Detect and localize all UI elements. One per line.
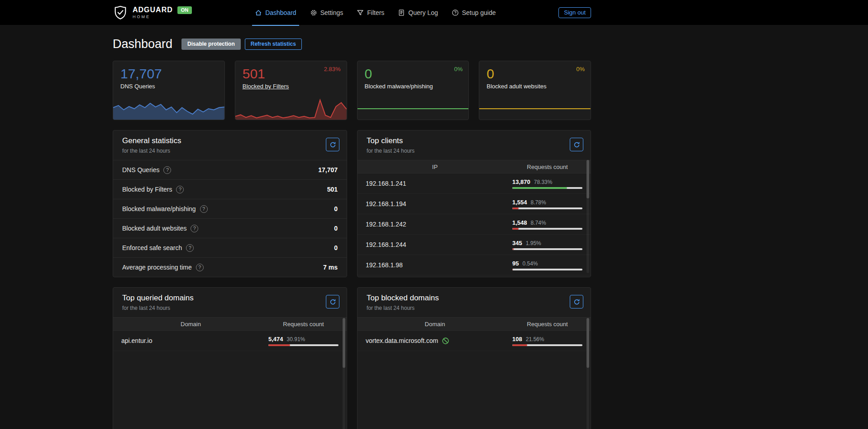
requests-percent: 1.95% xyxy=(526,240,541,246)
stats-value: 17,707 xyxy=(318,166,338,174)
help-icon[interactable] xyxy=(163,166,171,174)
help-icon[interactable] xyxy=(186,244,194,252)
stats-label: Blocked malware/phishing xyxy=(122,205,208,213)
requests-cell: 13,87078.33% xyxy=(512,178,582,189)
requests-percent: 0.54% xyxy=(522,260,538,267)
client-ip[interactable]: 192.168.1.241 xyxy=(366,180,512,187)
blocked-domain-icon[interactable] xyxy=(442,337,449,345)
nav-item-dashboard[interactable]: Dashboard xyxy=(249,0,302,25)
nav-item-label: Query Log xyxy=(408,9,438,16)
nav-item-label: Filters xyxy=(367,9,384,16)
scrollbar-thumb[interactable] xyxy=(587,318,589,368)
stat-cards-row: 17,707 DNS Queries 501 Blocked by Filter… xyxy=(113,61,591,120)
stats-label-text: Enforced safe search xyxy=(122,244,182,251)
table-row: 192.168.1.98 950.54% xyxy=(358,255,591,275)
stats-row: Blocked by Filters 501 xyxy=(113,179,347,199)
table-row: 192.168.1.244 3451.95% xyxy=(358,235,591,255)
requests-bar xyxy=(512,228,582,230)
adguard-home-logo[interactable]: ADGUARD HOME ON xyxy=(113,5,192,20)
top-navbar: ADGUARD HOME ON Dashboard xyxy=(0,0,868,25)
requests-bar-fill xyxy=(512,269,513,270)
stat-percent: 0% xyxy=(576,66,585,72)
stat-card-blocked-malware: 0 Blocked malware/phishing 0% xyxy=(357,61,469,120)
protection-status-badge: ON xyxy=(177,6,192,14)
page-title: Dashboard xyxy=(113,37,172,51)
help-icon[interactable] xyxy=(176,186,184,193)
requests-bar-fill xyxy=(512,228,519,230)
panel-title: Top queried domains xyxy=(122,294,338,303)
queried-domain[interactable]: api.entur.io xyxy=(121,337,268,344)
panel-subtitle: for the last 24 hours xyxy=(122,148,338,154)
requests-count: 1,548 xyxy=(512,219,527,226)
panel-title: Top blocked domains xyxy=(367,294,582,303)
requests-bar-fill xyxy=(512,344,527,346)
requests-percent: 8.74% xyxy=(531,220,546,226)
refresh-button[interactable] xyxy=(326,295,339,308)
panel-header: Top clients for the last 24 hours xyxy=(358,130,591,160)
help-icon[interactable] xyxy=(191,225,198,232)
stats-row: Blocked malware/phishing 0 xyxy=(113,199,347,218)
panels-row-1: General statistics for the last 24 hours… xyxy=(113,130,591,277)
blocked-by-filters-link[interactable]: Blocked by Filters xyxy=(235,82,296,90)
requests-cell: 1,5488.74% xyxy=(512,219,582,230)
requests-cell: 950.54% xyxy=(512,260,582,270)
stat-value: 0 xyxy=(479,61,591,82)
requests-bar-fill xyxy=(512,207,519,209)
stat-percent: 2.83% xyxy=(324,66,341,72)
nav-item-filters[interactable]: Filters xyxy=(351,0,390,25)
top-clients-panel: Top clients for the last 24 hours IP Req… xyxy=(357,130,591,277)
general-statistics-panel: General statistics for the last 24 hours… xyxy=(113,130,347,277)
nav-item-label: Dashboard xyxy=(265,9,296,16)
stats-value: 7 ms xyxy=(323,264,338,271)
panels-row-2: Top queried domains for the last 24 hour… xyxy=(113,287,591,429)
client-ip[interactable]: 192.168.1.194 xyxy=(366,200,512,207)
stats-row: Blocked adult websites 0 xyxy=(113,218,347,238)
settings-gear-icon xyxy=(310,9,317,16)
panel-header: Top blocked domains for the last 24 hour… xyxy=(358,288,591,317)
refresh-button[interactable] xyxy=(326,138,339,151)
requests-cell: 5,47430.91% xyxy=(268,336,339,346)
panel-subtitle: for the last 24 hours xyxy=(367,305,582,311)
disable-protection-button[interactable]: Disable protection xyxy=(181,39,241,50)
query-log-document-icon xyxy=(398,9,405,16)
refresh-button[interactable] xyxy=(570,138,583,151)
stats-label: Average processing time xyxy=(122,264,204,271)
panel-title: Top clients xyxy=(367,136,582,145)
scrollbar-track[interactable] xyxy=(587,160,589,273)
refresh-statistics-button[interactable]: Refresh statistics xyxy=(245,39,302,50)
blocked-domain[interactable]: vortex.data.microsoft.com xyxy=(366,337,438,344)
table-row: vortex.data.microsoft.com 10821.56% xyxy=(358,331,591,351)
table-header: Domain Requests count xyxy=(358,317,591,331)
requests-percent: 78.33% xyxy=(534,179,553,185)
main-content: Dashboard Disable protection Refresh sta… xyxy=(113,37,591,429)
sign-out-button[interactable]: Sign out xyxy=(558,7,591,18)
requests-count: 13,870 xyxy=(512,178,530,185)
nav-item-setup-guide[interactable]: Setup guide xyxy=(446,0,501,25)
nav-item-query-log[interactable]: Query Log xyxy=(392,0,443,25)
requests-cell: 1,5548.78% xyxy=(512,199,582,209)
client-ip[interactable]: 192.168.1.98 xyxy=(366,261,512,269)
stat-card-blocked-adult: 0 Blocked adult websites 0% xyxy=(479,61,591,120)
client-ip[interactable]: 192.168.1.242 xyxy=(366,221,512,228)
help-icon[interactable] xyxy=(196,264,204,271)
main-nav: Dashboard Settings Filters xyxy=(192,0,558,25)
stats-label: Blocked by Filters xyxy=(122,186,184,193)
nav-item-settings[interactable]: Settings xyxy=(305,0,349,25)
scrollbar-track[interactable] xyxy=(343,318,345,429)
stats-row: Average processing time 7 ms xyxy=(113,257,347,277)
scrollbar-thumb[interactable] xyxy=(343,318,345,368)
blocked-adult-sparkline xyxy=(479,98,591,120)
client-ip[interactable]: 192.168.1.244 xyxy=(366,241,512,248)
stats-label: Blocked adult websites xyxy=(122,225,198,232)
requests-count: 1,554 xyxy=(512,199,527,206)
refresh-button[interactable] xyxy=(570,295,583,308)
brand-subtitle: HOME xyxy=(133,15,173,19)
navbar-inner: ADGUARD HOME ON Dashboard xyxy=(113,0,591,25)
panel-subtitle: for the last 24 hours xyxy=(367,148,582,154)
top-queried-domains-panel: Top queried domains for the last 24 hour… xyxy=(113,287,347,429)
scrollbar-thumb[interactable] xyxy=(587,160,589,198)
stat-label: Blocked malware/phishing xyxy=(358,82,440,90)
scrollbar-track[interactable] xyxy=(587,318,589,429)
stats-label-text: Blocked by Filters xyxy=(122,186,172,193)
help-icon[interactable] xyxy=(200,205,208,213)
